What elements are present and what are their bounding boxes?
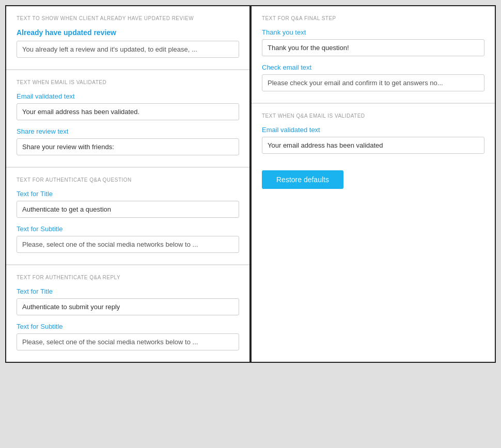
qa-reply-subtitle-label: Text for Subtitle: [17, 323, 239, 330]
right-panel: TEXT FOR Q&A FINAL STEP Thank you text C…: [251, 5, 496, 363]
section-label-qa-final: TEXT FOR Q&A FINAL STEP: [262, 15, 484, 21]
qa-question-title-input[interactable]: [17, 201, 239, 218]
section-label-qa-question: TEXT FOR AUTHENTICATE Q&A QUESTION: [17, 177, 239, 183]
qa-reply-subtitle-input[interactable]: [17, 333, 239, 350]
thank-you-label: Thank you text: [262, 28, 484, 36]
thank-you-input[interactable]: [262, 39, 484, 56]
left-panel: TEXT TO SHOW WHEN CLIENT ALREADY HAVE UP…: [5, 5, 251, 363]
already-have-title: Already have updated review: [17, 28, 239, 37]
qa-reply-title-label: Text for Title: [17, 287, 239, 295]
section-label-qa-reply: TEXT FOR AUTHENTICATE Q&A REPLY: [17, 275, 239, 280]
section-authenticate-qa-reply: TEXT FOR AUTHENTICATE Q&A REPLY Text for…: [6, 265, 249, 362]
section-label-qa-email-validated: TEXT WHEN Q&A EMAIL IS VALIDATED: [262, 113, 484, 119]
qa-question-subtitle-label: Text for Subtitle: [17, 225, 239, 233]
share-review-label: Share review text: [17, 127, 239, 135]
section-email-validated: TEXT WHEN EMAIL IS VALIDATED Email valid…: [6, 70, 249, 168]
check-email-input[interactable]: [262, 74, 484, 91]
qa-reply-title-input[interactable]: [17, 298, 239, 315]
qa-email-validated-input[interactable]: [262, 137, 484, 154]
section-authenticate-qa-question: TEXT FOR AUTHENTICATE Q&A QUESTION Text …: [6, 168, 249, 265]
already-have-input[interactable]: [17, 41, 239, 58]
restore-defaults-button[interactable]: Restore defaults: [262, 170, 343, 189]
email-validated-label: Email validated text: [17, 92, 239, 100]
section-qa-email-validated: TEXT WHEN Q&A EMAIL IS VALIDATED Email v…: [252, 104, 495, 200]
check-email-label: Check email text: [262, 63, 484, 71]
section-qa-final-step: TEXT FOR Q&A FINAL STEP Thank you text C…: [252, 6, 495, 104]
section-already-have-review: TEXT TO SHOW WHEN CLIENT ALREADY HAVE UP…: [6, 6, 249, 70]
qa-question-title-label: Text for Title: [17, 190, 239, 198]
qa-question-subtitle-input[interactable]: [17, 236, 239, 253]
email-validated-input[interactable]: [17, 103, 239, 120]
section-label-already-have: TEXT TO SHOW WHEN CLIENT ALREADY HAVE UP…: [17, 15, 239, 21]
share-review-input[interactable]: [17, 138, 239, 155]
qa-email-validated-label: Email validated text: [262, 126, 484, 134]
main-container: TEXT TO SHOW WHEN CLIENT ALREADY HAVE UP…: [5, 5, 496, 363]
section-label-email-validated: TEXT WHEN EMAIL IS VALIDATED: [17, 79, 239, 85]
